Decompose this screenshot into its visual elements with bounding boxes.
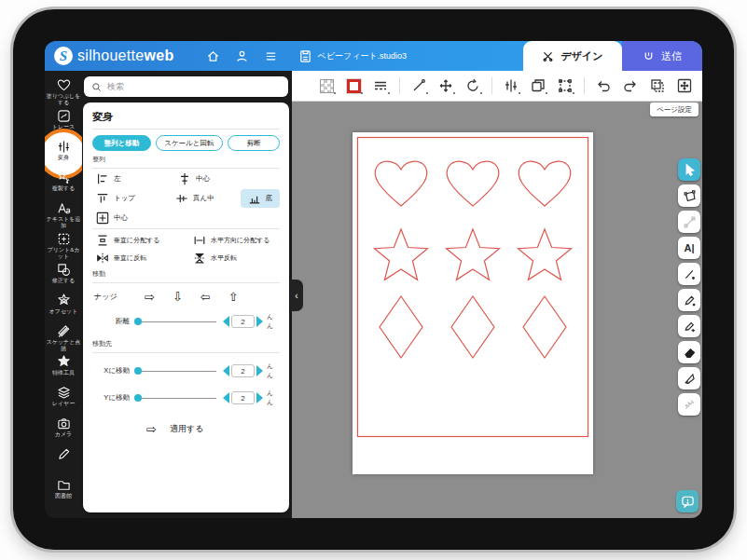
tab-scale-rotate[interactable]: スケールと回転 [156,135,223,151]
align-center-v-button[interactable]: 中心 [178,172,210,185]
canvas-toolbar [292,71,702,102]
eraser-tool-button[interactable] [678,341,700,363]
text-tool-icon: A| [684,242,694,253]
move-y-increment[interactable] [256,392,263,403]
offset-icon [57,294,71,307]
move-tool-icon [438,78,453,93]
sidebar-item-layers[interactable]: レイヤー [45,384,82,415]
search-input[interactable] [107,82,281,91]
distance-slider[interactable] [135,321,216,322]
bounding-box-tool-button[interactable] [557,77,574,94]
stipple-tool-button[interactable] [678,393,700,416]
distance-unit: んん [267,312,280,331]
tab-align-move[interactable]: 整列と移動 [92,135,151,151]
file-name[interactable]: ベビーフィート.studio3 [318,50,408,62]
move-x-slider-handle[interactable] [134,367,142,375]
distribute-vertical-button[interactable]: 垂直に分配する [92,234,193,247]
sidebar-item-special-tools[interactable]: 特殊工具 [45,353,82,384]
move-y-slider-handle[interactable] [134,394,142,402]
move-y-value[interactable]: 2 [231,391,255,404]
line-tool-button[interactable] [410,77,427,94]
align-left-button[interactable]: 左 [92,172,178,185]
point-edit-tool-button[interactable] [678,211,700,233]
print-cut-icon [57,232,71,246]
transform-panel-column: 変身 整列と移動 スケールと回転 剪断 整列 左 中心 [82,71,292,518]
flip-vertical-button[interactable]: 垂直に反転 [92,252,193,265]
align-center-button[interactable]: 中心 [92,212,178,225]
move-x-decrement[interactable] [223,365,229,376]
distance-decrement[interactable] [223,316,229,327]
align-center-icon [96,212,109,225]
tab-send[interactable]: 送信 [622,41,702,71]
sidebar-item-replicate[interactable]: 複製する [45,169,82,199]
distance-increment[interactable] [256,316,263,327]
move-x-increment[interactable] [256,365,263,376]
move-y-decrement[interactable] [223,392,229,403]
heart-shape [375,161,571,206]
select-tool-button[interactable] [678,158,700,181]
distance-slider-handle[interactable] [134,318,142,325]
nudge-down-button[interactable]: ⇩ [173,290,183,304]
pencil-tool-button[interactable] [678,289,700,311]
chevron-left-icon: ‹ [295,291,297,301]
design-page[interactable] [353,132,593,474]
nudge-right-button[interactable]: ⇨ [145,290,155,304]
transform-tool-button[interactable] [503,77,519,94]
text-tool-button[interactable]: A| [678,237,700,259]
move-x-slider[interactable] [135,371,216,372]
design-canvas-area[interactable]: ページ設定 [292,71,702,518]
align-top-button[interactable]: トップ [92,192,175,205]
rotate-tool-button[interactable] [464,77,481,94]
fit-view-button[interactable] [676,77,693,94]
distribute-horizontal-button[interactable]: 水平方向に分配する [193,234,270,247]
search-box[interactable] [84,76,288,97]
distribute-horizontal-icon [193,234,206,247]
tab-design[interactable]: デザイン [523,41,622,71]
knife-tool-button[interactable] [678,367,700,389]
apply-button[interactable]: ⇨ 適用する [146,422,280,436]
duplicate-tool-button[interactable] [530,77,546,94]
stroke-swatch[interactable] [345,77,362,94]
shape-transform-tool-button[interactable] [678,184,700,207]
panel-title: 変身 [92,110,280,124]
page-setup-button[interactable]: ページ設定 [650,102,699,116]
move-tool-button[interactable] [437,77,454,94]
copy-page-button[interactable] [649,77,666,94]
flip-horizontal-button[interactable]: 水平反転 [193,252,237,265]
shape-transform-icon [683,189,697,203]
menu-icon[interactable] [264,49,278,63]
align-top-icon [96,192,109,205]
knife-icon [683,372,697,386]
fill-swatch[interactable] [318,77,335,94]
left-icon-sidebar: 塗りつぶしをする トレース 変身 複製する テキストを追加 プリント&カット [45,71,82,518]
pen-tool-button[interactable] [678,315,700,337]
sidebar-item-transform[interactable]: 変身 [45,138,82,169]
distance-value[interactable]: 2 [231,315,255,328]
sidebar-item-library[interactable]: 図書館 [45,476,82,507]
sidebar-item-offset[interactable]: オフセット [45,292,82,322]
feedback-chat-button[interactable] [676,490,699,512]
sidebar-item-camera[interactable]: カメラ [45,415,82,445]
align-bottom-button[interactable]: 底 [241,189,281,208]
home-icon[interactable] [206,49,220,63]
align-middle-button[interactable]: 真ん中 [175,192,241,205]
user-icon[interactable] [235,49,249,63]
redo-button[interactable] [622,77,639,94]
undo-button[interactable] [595,77,612,94]
stroke-red-icon [347,79,361,93]
move-y-slider[interactable] [135,398,216,399]
sidebar-item-print-cut[interactable]: プリント&カット [45,230,82,261]
flip-horizontal-icon [193,252,206,265]
sidebar-item-add-text[interactable]: テキストを追加 [45,199,82,230]
tab-shear[interactable]: 剪断 [228,135,280,151]
move-x-value[interactable]: 2 [231,364,255,377]
sidebar-item-pen[interactable] [45,445,82,476]
line-style-button[interactable] [372,77,389,94]
sidebar-item-sketch[interactable]: スケッチと点描 [45,322,82,353]
sidebar-item-fill[interactable]: 塗りつぶしをする [45,76,82,107]
panel-collapse-handle[interactable]: ‹ [290,280,303,311]
line-draw-tool-button[interactable] [678,263,700,285]
sidebar-item-modify[interactable]: 修正する [45,261,82,292]
nudge-up-button[interactable]: ⇧ [228,290,239,304]
nudge-left-button[interactable]: ⇦ [201,290,211,304]
